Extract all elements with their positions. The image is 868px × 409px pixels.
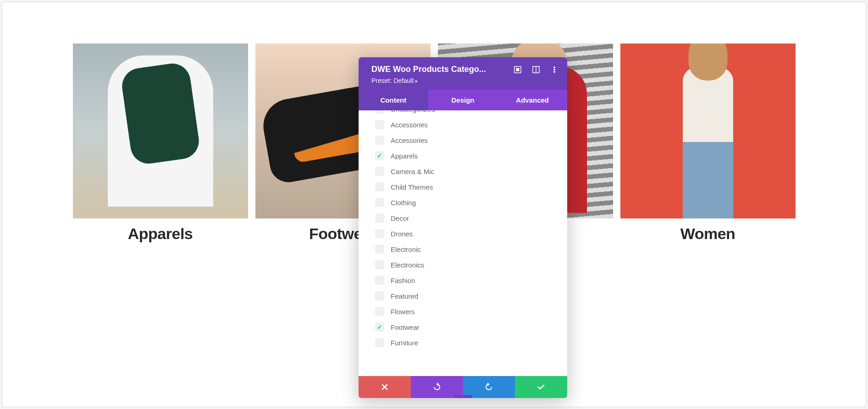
category-option-label: Camera & Mic: [391, 168, 434, 175]
checkbox-icon[interactable]: [375, 182, 384, 191]
category-option[interactable]: Decor: [375, 210, 558, 226]
checkbox-icon[interactable]: [375, 276, 384, 285]
popup-header-icons: [514, 66, 558, 73]
category-option-label: Apparels: [391, 152, 418, 160]
category-option[interactable]: ✓Footwear: [375, 319, 558, 335]
tab-advanced[interactable]: Advanced: [498, 90, 567, 110]
checkbox-icon[interactable]: ✓: [375, 151, 384, 160]
category-option[interactable]: Drones: [375, 226, 558, 241]
settings-popup: DWE Woo Products Catego... Preset: Defau…: [359, 57, 567, 398]
svg-point-6: [554, 71, 555, 72]
category-option-label: Drones: [391, 230, 413, 238]
tab-content[interactable]: Content: [359, 90, 428, 110]
redo-button[interactable]: [463, 376, 515, 398]
category-option-label: Accessories: [391, 121, 428, 129]
category-image-women: [620, 44, 796, 218]
category-option[interactable]: Featured: [375, 288, 558, 304]
redo-icon: [485, 383, 493, 391]
checkbox-icon[interactable]: [375, 136, 384, 145]
category-option[interactable]: Furniture: [375, 335, 558, 350]
checkbox-icon[interactable]: [375, 338, 384, 347]
cancel-button[interactable]: [359, 376, 411, 398]
category-option-label: Flowers: [391, 308, 415, 316]
popup-body[interactable]: UncategorizedAccessoriesAccessories✓Appa…: [359, 110, 567, 376]
checkbox-icon[interactable]: [375, 229, 384, 238]
category-option[interactable]: Electronics: [375, 257, 558, 273]
checkbox-icon[interactable]: [375, 167, 384, 176]
checkbox-icon[interactable]: [375, 307, 384, 316]
category-option[interactable]: Camera & Mic: [375, 164, 558, 179]
category-option[interactable]: Electronic: [375, 241, 558, 257]
confirm-button[interactable]: [515, 376, 567, 398]
category-option[interactable]: Child Themes: [375, 179, 558, 195]
category-title: Women: [680, 225, 735, 243]
category-option-label: Uncategorized: [391, 110, 435, 113]
popup-tabs: Content Design Advanced: [359, 90, 567, 110]
category-option-label: Electronic: [391, 245, 421, 253]
popup-title: DWE Woo Products Catego...: [371, 65, 486, 74]
checkbox-icon[interactable]: ✓: [375, 322, 384, 332]
category-card-apparels[interactable]: Apparels: [73, 44, 248, 243]
checkbox-icon[interactable]: [375, 110, 384, 114]
category-option[interactable]: Uncategorized: [375, 110, 558, 117]
svg-point-4: [554, 66, 555, 68]
category-option-label: Electronics: [391, 261, 424, 269]
category-option-label: Clothing: [391, 199, 416, 207]
checkbox-icon[interactable]: [375, 198, 384, 207]
undo-icon: [433, 383, 441, 391]
checkbox-icon[interactable]: [375, 291, 384, 300]
category-card-women[interactable]: Women: [620, 44, 796, 243]
checkbox-icon[interactable]: [375, 260, 384, 269]
popup-footer: [359, 376, 567, 398]
category-option[interactable]: Flowers: [375, 304, 558, 319]
category-option[interactable]: Accessories: [375, 132, 558, 148]
columns-icon[interactable]: [532, 66, 540, 73]
check-icon: [537, 383, 545, 391]
category-option-label: Footwear: [391, 323, 420, 331]
category-option-label: Fashion: [391, 277, 415, 284]
category-option[interactable]: Clothing: [375, 195, 558, 210]
expand-icon[interactable]: [514, 66, 521, 73]
page-frame: Apparels Footwear Men Women DWE Woo Prod…: [2, 2, 866, 407]
preset-selector[interactable]: Preset: Default: [371, 77, 558, 84]
category-title: Apparels: [128, 225, 193, 243]
category-option-label: Furniture: [391, 339, 418, 347]
category-option[interactable]: Accessories: [375, 117, 558, 132]
category-option[interactable]: ✓Apparels: [375, 148, 558, 164]
more-icon[interactable]: [551, 66, 558, 73]
category-option-label: Accessories: [391, 136, 428, 144]
popup-header: DWE Woo Products Catego... Preset: Defau…: [359, 57, 567, 90]
category-image-apparels: [73, 44, 248, 218]
category-option-list: UncategorizedAccessoriesAccessories✓Appa…: [375, 110, 558, 350]
category-option[interactable]: Fashion: [375, 273, 558, 288]
undo-button[interactable]: [411, 376, 463, 398]
close-icon: [381, 383, 388, 391]
category-option-label: Child Themes: [391, 183, 433, 191]
checkbox-icon[interactable]: [375, 245, 384, 254]
category-option-label: Featured: [391, 292, 418, 300]
svg-rect-1: [516, 68, 519, 71]
category-option-label: Decor: [391, 214, 409, 222]
tab-design[interactable]: Design: [428, 90, 498, 110]
drag-handle[interactable]: [454, 395, 472, 398]
svg-point-5: [554, 69, 555, 70]
checkbox-icon[interactable]: [375, 120, 384, 129]
checkbox-icon[interactable]: [375, 213, 384, 223]
